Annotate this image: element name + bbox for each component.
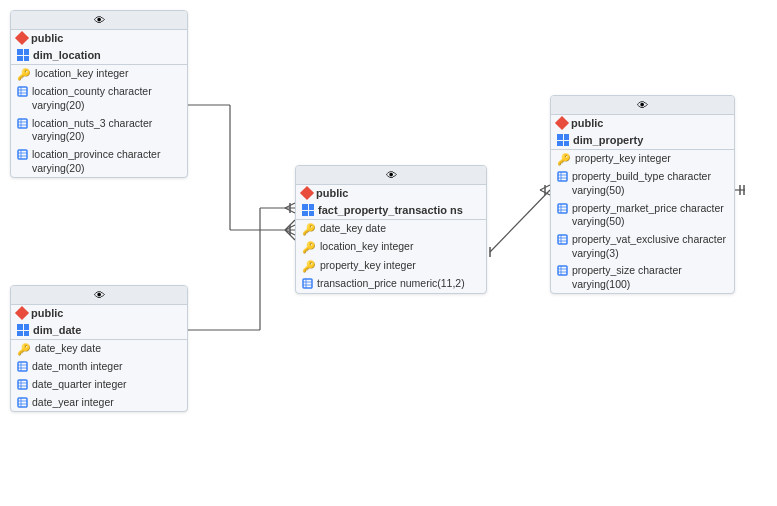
diagram-canvas: 👁 public dim_location 🔑 location_key int…	[0, 0, 777, 506]
dim-date-tablename: dim_date	[33, 324, 81, 336]
col-rect-icon	[557, 234, 568, 245]
table-fact-property-transactions[interactable]: 👁 public fact_property_transactio ns 🔑 d…	[295, 165, 487, 294]
dim-property-tablename: dim_property	[573, 134, 643, 146]
svg-line-21	[285, 230, 295, 240]
svg-rect-53	[558, 172, 567, 181]
key-icon: 🔑	[17, 67, 31, 81]
schema-diamond-icon	[300, 186, 314, 200]
col-property-vat-exclusive: property_vat_exclusive character varying…	[551, 231, 734, 262]
svg-line-15	[540, 185, 550, 190]
dim-location-header: 👁	[11, 11, 187, 30]
key-icon: 🔑	[557, 152, 571, 166]
schema-diamond-icon	[15, 306, 29, 320]
dim-property-schema-row: public	[551, 115, 734, 131]
svg-rect-29	[18, 119, 27, 128]
col-date-quarter: date_quarter integer	[11, 376, 187, 394]
fact-name-row: fact_property_transactio ns	[296, 201, 486, 220]
col-property-key-fact: 🔑 property_key integer	[296, 257, 486, 275]
table-dim-location[interactable]: 👁 public dim_location 🔑 location_key int…	[10, 10, 188, 178]
svg-rect-25	[18, 87, 27, 96]
table-grid-icon	[557, 134, 569, 146]
key-icon: 🔑	[302, 240, 316, 254]
fact-tablename: fact_property_transactio ns	[318, 204, 463, 216]
dim-date-schema-row: public	[11, 305, 187, 321]
dim-location-schema-row: public	[11, 30, 187, 46]
svg-rect-37	[18, 362, 27, 371]
col-property-size: property_size character varying(100)	[551, 262, 734, 293]
dim-location-tablename: dim_location	[33, 49, 101, 61]
dim-location-schema: public	[31, 32, 63, 44]
col-rect-icon	[17, 118, 28, 129]
col-property-build-type: property_build_type character varying(50…	[551, 168, 734, 199]
dim-property-schema: public	[571, 117, 603, 129]
col-property-market-price: property_market_price character varying(…	[551, 200, 734, 231]
eye-icon: 👁	[94, 14, 105, 26]
col-rect-icon	[17, 397, 28, 408]
col-rect-icon	[557, 265, 568, 276]
svg-line-20	[285, 220, 295, 230]
svg-rect-49	[303, 279, 312, 288]
fact-schema: public	[316, 187, 348, 199]
svg-rect-45	[18, 398, 27, 407]
schema-diamond-icon	[555, 116, 569, 130]
key-icon: 🔑	[302, 222, 316, 236]
svg-rect-65	[558, 266, 567, 275]
col-rect-icon	[302, 278, 313, 289]
table-dim-date[interactable]: 👁 public dim_date 🔑 date_key date date_m…	[10, 285, 188, 412]
dim-date-schema: public	[31, 307, 63, 319]
eye-icon: 👁	[386, 169, 397, 181]
key-icon: 🔑	[302, 259, 316, 273]
col-location-key-fact: 🔑 location_key integer	[296, 238, 486, 256]
col-rect-icon	[557, 171, 568, 182]
dim-property-name-row: dim_property	[551, 131, 734, 150]
fact-header: 👁	[296, 166, 486, 185]
schema-diamond-icon	[15, 31, 29, 45]
table-grid-icon	[302, 204, 314, 216]
col-property-key: 🔑 property_key integer	[551, 150, 734, 168]
eye-icon: 👁	[94, 289, 105, 301]
col-date-key-fact: 🔑 date_key date	[296, 220, 486, 238]
col-rect-icon	[17, 149, 28, 160]
col-rect-icon	[557, 203, 568, 214]
svg-rect-41	[18, 380, 27, 389]
svg-line-16	[540, 190, 550, 195]
col-date-month: date_month integer	[11, 358, 187, 376]
col-rect-icon	[17, 361, 28, 372]
svg-line-11	[285, 203, 295, 208]
col-location-county: location_county character varying(20)	[11, 83, 187, 114]
col-rect-icon	[17, 86, 28, 97]
table-grid-icon	[17, 324, 29, 336]
col-date-key: 🔑 date_key date	[11, 340, 187, 358]
svg-line-5	[285, 230, 295, 235]
col-transaction-price: transaction_price numeric(11,2)	[296, 275, 486, 293]
svg-rect-33	[18, 150, 27, 159]
svg-line-12	[285, 208, 295, 213]
svg-line-4	[285, 225, 295, 230]
svg-line-14	[490, 190, 550, 252]
fact-schema-row: public	[296, 185, 486, 201]
table-dim-property[interactable]: 👁 public dim_property 🔑 property_key int…	[550, 95, 735, 294]
dim-location-name-row: dim_location	[11, 46, 187, 65]
table-grid-icon	[17, 49, 29, 61]
col-location-nuts3: location_nuts_3 character varying(20)	[11, 115, 187, 146]
key-icon: 🔑	[17, 342, 31, 356]
eye-icon: 👁	[637, 99, 648, 111]
svg-rect-61	[558, 235, 567, 244]
dim-property-header: 👁	[551, 96, 734, 115]
dim-date-name-row: dim_date	[11, 321, 187, 340]
col-rect-icon	[17, 379, 28, 390]
dim-date-header: 👁	[11, 286, 187, 305]
svg-rect-57	[558, 204, 567, 213]
col-date-year: date_year integer	[11, 394, 187, 412]
col-location-key: 🔑 location_key integer	[11, 65, 187, 83]
col-location-province: location_province character varying(20)	[11, 146, 187, 177]
